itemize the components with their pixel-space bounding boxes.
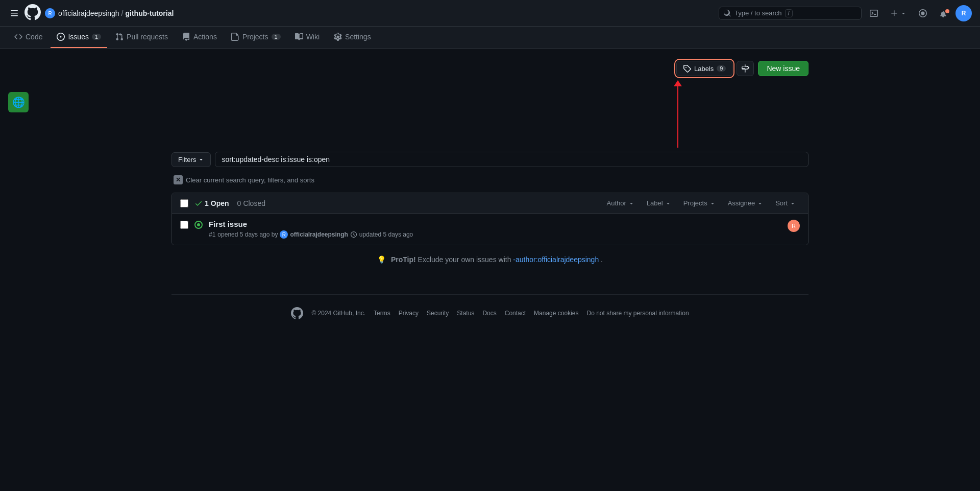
issues-table: 1 Open 0 Closed Author Lab <box>172 193 808 245</box>
closed-issues-tab[interactable]: 0 Closed <box>237 199 265 207</box>
nav-item-code[interactable]: Code <box>8 27 48 48</box>
author-filter-label: Author <box>607 199 626 207</box>
author-filter-button[interactable]: Author <box>603 197 639 209</box>
footer-github-logo <box>291 307 303 319</box>
clear-filter-x-icon: ✕ <box>174 175 183 184</box>
wiki-icon <box>295 33 303 41</box>
select-all-checkbox[interactable] <box>180 199 188 207</box>
top-nav: officialrajdeepsingh / github-tutorial T… <box>0 0 980 27</box>
protip-text-middle: Exclude your own issues with <box>418 255 513 264</box>
actions-icon <box>182 33 190 41</box>
footer-link-contact[interactable]: Contact <box>505 310 526 317</box>
table-row: First issue #1 opened 5 days ago by R of… <box>172 214 808 245</box>
code-icon <box>14 33 22 41</box>
clear-filter-label: Clear current search query, filters, and… <box>186 176 314 184</box>
search-placeholder-text: Type / to search <box>734 9 782 17</box>
projects-chevron-icon <box>709 200 716 206</box>
nav-code-label: Code <box>26 33 42 41</box>
issues-table-header-left: 1 Open 0 Closed <box>180 199 597 207</box>
nav-actions-label: Actions <box>193 33 217 41</box>
issue-meta: #1 opened 5 days ago by R officialrajdee… <box>209 230 781 239</box>
issue-author-link[interactable]: officialrajdeepsingh <box>290 231 348 238</box>
issue-content: First issue #1 opened 5 days ago by R of… <box>209 220 781 239</box>
labels-button-text: Labels <box>694 65 714 73</box>
assignee-filter-button[interactable]: Assignee <box>724 197 767 209</box>
new-issue-button[interactable]: New issue <box>758 61 808 76</box>
nav-item-wiki[interactable]: Wiki <box>289 27 326 48</box>
nav-item-issues[interactable]: Issues 1 <box>51 27 107 48</box>
author-chevron-icon <box>628 200 634 206</box>
sidebar-translate-icon[interactable]: 🌐 <box>8 92 29 112</box>
footer-link-terms[interactable]: Terms <box>374 310 390 317</box>
breadcrumb-repo-link[interactable]: github-tutorial <box>126 9 174 17</box>
create-button[interactable] <box>886 7 911 19</box>
nav-item-projects[interactable]: Projects 1 <box>225 27 287 48</box>
sort-filter-button[interactable]: Sort <box>771 197 800 209</box>
footer-copyright: © 2024 GitHub, Inc. <box>311 310 365 317</box>
closed-label: Closed <box>243 199 265 207</box>
issues-search-input[interactable] <box>215 152 808 167</box>
closed-count: 0 <box>237 199 241 207</box>
terminal-button[interactable] <box>866 7 882 19</box>
nav-item-settings[interactable]: Settings <box>328 27 377 48</box>
milestone-icon <box>741 64 749 73</box>
new-issue-button-text: New issue <box>767 64 800 73</box>
nav-wiki-label: Wiki <box>306 33 320 41</box>
arrow-indicator-container <box>172 80 808 148</box>
hamburger-button[interactable] <box>8 7 20 19</box>
issues-badge: 1 <box>92 34 101 40</box>
projects-filter-button[interactable]: Projects <box>679 197 720 209</box>
filters-chevron-icon <box>198 156 204 162</box>
filters-label: Filters <box>178 156 196 163</box>
nav-item-actions[interactable]: Actions <box>176 27 223 48</box>
open-label: Open <box>211 199 229 207</box>
user-avatar[interactable]: R <box>955 5 972 21</box>
sort-chevron-icon <box>790 200 796 206</box>
nav-pr-label: Pull requests <box>127 33 168 41</box>
github-logo-link[interactable] <box>24 4 41 22</box>
footer-link-cookies[interactable]: Manage cookies <box>534 310 578 317</box>
clear-filter-row: ✕ Clear current search query, filters, a… <box>172 169 808 191</box>
assignee-chevron-icon <box>757 200 763 206</box>
footer-link-no-share[interactable]: Do not share my personal information <box>586 310 689 317</box>
issue-checkbox[interactable] <box>180 221 188 229</box>
top-nav-left: officialrajdeepsingh / github-tutorial <box>8 4 715 22</box>
repo-nav: Code Issues 1 Pull requests Actions Proj… <box>0 27 980 49</box>
issue-author-name: officialrajdeepsingh <box>290 231 348 238</box>
footer-link-security[interactable]: Security <box>427 310 449 317</box>
global-search[interactable]: Type / to search / <box>719 7 862 20</box>
assignee-filter-label: Assignee <box>728 199 755 207</box>
assignee-avatar[interactable]: R <box>788 220 800 232</box>
footer-link-docs[interactable]: Docs <box>482 310 496 317</box>
red-arrow-indicator <box>674 80 682 148</box>
settings-icon <box>334 33 342 41</box>
open-closed-tabs: 1 Open 0 Closed <box>194 199 265 207</box>
issue-updated-text: updated 5 days ago <box>359 231 413 238</box>
footer-links: © 2024 GitHub, Inc. Terms Privacy Securi… <box>180 307 800 319</box>
protip-text-after: . <box>601 255 603 264</box>
footer-link-status[interactable]: Status <box>457 310 474 317</box>
clock-icon <box>350 231 357 238</box>
protip-strong: ProTip! <box>391 255 416 264</box>
copilot-button[interactable] <box>915 7 931 19</box>
milestone-button[interactable] <box>737 61 754 76</box>
filters-button[interactable]: Filters <box>172 152 211 167</box>
labels-count-badge: 9 <box>717 65 726 72</box>
nav-issues-label: Issues <box>68 33 88 41</box>
issue-title[interactable]: First issue <box>209 220 781 228</box>
issue-assignee: R <box>788 220 800 232</box>
protip-link[interactable]: -author:officialrajdeepsingh <box>513 255 599 264</box>
breadcrumb-repo-name: github-tutorial <box>126 9 174 17</box>
open-count: 1 <box>205 199 209 207</box>
nav-item-pullrequests[interactable]: Pull requests <box>109 27 174 48</box>
label-filter-button[interactable]: Label <box>643 197 675 209</box>
clear-filter-button[interactable]: ✕ Clear current search query, filters, a… <box>172 173 316 186</box>
arrow-line <box>677 86 678 148</box>
footer-link-privacy[interactable]: Privacy <box>399 310 419 317</box>
top-nav-right: R <box>866 5 972 21</box>
notifications-button[interactable] <box>935 7 951 19</box>
issues-icon <box>57 33 65 41</box>
breadcrumb-user-link[interactable]: officialrajdeepsingh <box>45 8 119 18</box>
labels-button[interactable]: Labels 9 <box>676 61 732 76</box>
open-issues-tab[interactable]: 1 Open <box>194 199 229 207</box>
